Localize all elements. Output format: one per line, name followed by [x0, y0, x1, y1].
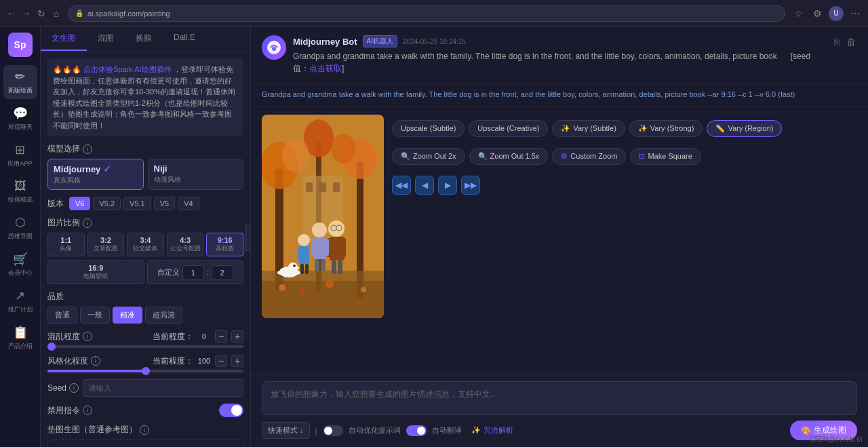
chaos-thumb[interactable] [47, 343, 56, 351]
ref-info-icon[interactable]: i [140, 425, 149, 435]
quality-section-label: 品质 [47, 291, 243, 303]
user-avatar-small[interactable]: U [829, 6, 844, 21]
sidebar-item-chat[interactable]: 💬 对话聊天 [3, 102, 37, 136]
ban-cmd-toggle[interactable] [219, 404, 243, 417]
svg-point-47 [294, 267, 299, 269]
url-bar[interactable]: 🔒 ai.sparkaigf.com/painting [68, 5, 785, 22]
tab-hunhe[interactable]: 混图 [87, 27, 125, 51]
model-midjourney[interactable]: Midjourney ✓ 真实风格 [47, 159, 144, 190]
copy-button[interactable]: ⎘ [833, 35, 841, 49]
chaos-track[interactable] [47, 345, 243, 348]
model-info-icon[interactable]: i [83, 144, 92, 154]
svg-point-13 [279, 284, 285, 291]
version-v5[interactable]: V5 [154, 197, 175, 210]
tab-wentu[interactable]: 文生图 [41, 27, 87, 51]
vary-subtle-button[interactable]: ✨ Vary (Subtle) [552, 120, 625, 137]
sidebar-item-store[interactable]: 🛒 会员中心 [3, 248, 37, 281]
browser-nav-buttons: ← → ↻ ⌂ [5, 7, 62, 20]
delete-button[interactable]: 🗑 [845, 35, 857, 49]
svg-point-16 [361, 287, 366, 292]
generated-image [262, 115, 384, 318]
ref-image-drop[interactable] [47, 440, 243, 447]
forward-button[interactable]: → [20, 7, 33, 20]
ratio-3-2[interactable]: 3:2 文章配图 [87, 233, 125, 256]
ratio-9-16[interactable]: 9:16 高程图 [206, 233, 243, 256]
style-info-icon[interactable]: i [91, 356, 100, 366]
version-v6[interactable]: V6 [69, 197, 90, 210]
bookmark-icon[interactable]: ☆ [791, 6, 806, 21]
extensions-icon[interactable]: ⚙ [810, 6, 825, 21]
seed-link[interactable]: 点击获取 [309, 64, 342, 73]
menu-icon[interactable]: ⋯ [848, 6, 863, 21]
model-niji-name: Niji [154, 163, 238, 174]
style-minus[interactable]: − [215, 355, 227, 367]
refresh-button[interactable]: ↻ [35, 7, 47, 20]
zoom-out-2x-button[interactable]: 🔍 Zoom Out 2x [392, 148, 465, 165]
quality-medium[interactable]: 一般 [80, 307, 110, 324]
ratio-custom-width[interactable] [182, 265, 204, 280]
model-section-label: 模型选择 i [47, 143, 243, 155]
model-niji[interactable]: Niji 动漫风格 [148, 159, 244, 190]
collapse-panel-button[interactable]: › [245, 224, 251, 251]
nav-next-button[interactable]: ▶ [438, 176, 457, 195]
nav-next-next-button[interactable]: ▶▶ [461, 176, 480, 195]
product-icon: 📋 [13, 325, 28, 340]
zoom-out-1-5x-button[interactable]: 🔍 Zoom Out 1.5x [469, 148, 549, 165]
version-v51[interactable]: V5.1 [123, 197, 151, 210]
vary-strong-button[interactable]: ✨ Vary (Strong) [629, 120, 703, 137]
ratio-info-icon[interactable]: i [83, 218, 92, 228]
home-button[interactable]: ⌂ [50, 7, 62, 20]
sidebar-item-apps[interactable]: ⊞ 应用APP [3, 138, 37, 172]
upscale-subtle-button[interactable]: Upscale (Subtle) [392, 120, 465, 137]
quick-mode-button[interactable]: 快速模式 ↓ [262, 422, 310, 439]
chaos-plus[interactable]: + [231, 330, 243, 343]
seed-row: Seed i [47, 379, 243, 397]
sidebar-item-product[interactable]: 📋 产品介绍 [3, 321, 37, 355]
auto-translate-toggle[interactable] [406, 425, 427, 436]
style-thumb[interactable] [142, 367, 150, 375]
style-value: 100 [197, 357, 211, 365]
nav-prev-prev-button[interactable]: ◀◀ [392, 176, 411, 195]
seed-info-icon[interactable]: i [69, 383, 79, 393]
quality-high[interactable]: 精准 [113, 307, 142, 324]
auto-optimize-toggle[interactable] [323, 425, 343, 436]
promo-link[interactable]: 点击体验Spark AI绘图插件 [83, 65, 172, 73]
seed-input[interactable] [83, 379, 243, 397]
zoom-out-1-5x-icon: 🔍 [478, 152, 488, 161]
chaos-info-icon[interactable]: i [83, 332, 92, 341]
prompt-input-box[interactable]: 放飞你的想象力，输入您想要生成的图片描述信息，支持中文... [262, 381, 857, 415]
version-v4[interactable]: V4 [178, 197, 199, 210]
sidebar-item-mindmap[interactable]: ⬡ 思维导图 [3, 211, 37, 245]
make-square-button[interactable]: ⊡ Make Square [630, 148, 701, 165]
style-fill [47, 370, 146, 372]
chaos-minus[interactable]: − [215, 330, 227, 343]
upscale-creative-button[interactable]: Upscale (Creative) [469, 120, 548, 137]
sidebar-item-share[interactable]: ↗ 推广计划 [3, 284, 37, 318]
custom-zoom-button[interactable]: ⚙ Custom Zoom [552, 148, 626, 165]
drawing-icon: ✏ [15, 69, 25, 84]
store-icon: 🛒 [13, 252, 28, 267]
sidebar-item-gallery[interactable]: 🖼 绘画精选 [3, 175, 37, 208]
chaos-header: 混乱程度 i 当前程度： 0 − + [47, 330, 243, 343]
style-plus[interactable]: + [231, 355, 243, 367]
ratio-custom-height[interactable] [212, 265, 233, 280]
svg-rect-18 [306, 182, 313, 192]
ratio-3-4[interactable]: 3:4 社交媒体 [127, 233, 164, 256]
nav-prev-button[interactable]: ◀ [415, 176, 434, 195]
quality-ultra[interactable]: 超高清 [145, 307, 182, 324]
ratio-1-1[interactable]: 1:1 头像 [47, 233, 85, 256]
analyze-button[interactable]: ✨ 咒语解析 [467, 423, 517, 438]
ratio-4-3[interactable]: 4:3 公众号配图 [167, 233, 204, 256]
back-button[interactable]: ← [5, 7, 18, 20]
vary-region-button[interactable]: ✏️ Vary (Region) [707, 120, 782, 137]
svg-point-30 [312, 222, 327, 237]
sidebar-item-new-drawing[interactable]: ✏ 新版绘画 [3, 65, 37, 99]
ban-cmd-info-icon[interactable]: i [83, 406, 92, 415]
bot-name: Midjourney Bot [293, 37, 357, 47]
ratio-16-9[interactable]: 16:9 电脑壁纸 [47, 260, 144, 284]
tab-dalle[interactable]: Dall.E [163, 27, 206, 51]
tab-huantu[interactable]: 换脸 [125, 27, 163, 51]
version-v52[interactable]: V5.2 [93, 197, 121, 210]
style-track[interactable] [47, 370, 243, 372]
quality-normal[interactable]: 普通 [47, 307, 77, 324]
